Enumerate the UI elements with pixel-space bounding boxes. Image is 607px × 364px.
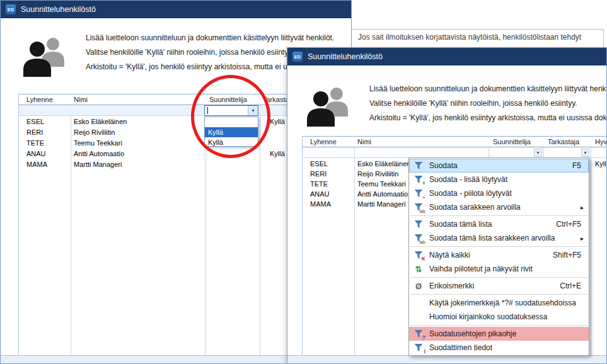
- menu-separator: [410, 277, 587, 278]
- filter-add-icon: +: [412, 174, 425, 185]
- filter-list-icon: [412, 219, 425, 229]
- menu-item-label: Vaihda piilotetut ja näkyvät rivit: [429, 264, 585, 273]
- column-header-hyvaksyja[interactable]: Hyväksyjä: [595, 138, 607, 145]
- chevron-down-icon[interactable]: ▼: [534, 149, 542, 157]
- info-line-2: Valitse henkilöille 'Kyllä' niihin roole…: [86, 48, 294, 57]
- app-logo-icon: ED: [6, 4, 16, 14]
- people-icon: [20, 36, 71, 77]
- menu-item-label: Suodata tämä lista sarakkeen arvoilla: [429, 234, 585, 242]
- menu-item-suodata[interactable]: Suodata F5: [409, 159, 589, 173]
- menu-item-suodatusehtojen-pikaohje[interactable]: ? Suodatusehtojen pikaohje: [409, 327, 589, 341]
- cell-lyhenne: RERI: [310, 170, 327, 178]
- annotation-circle: [191, 75, 270, 158]
- cell-nimi: Teemu Teekkari: [74, 139, 122, 147]
- info-line-3: Arkistoitu = 'Kyllä', jos henkilö esiint…: [369, 113, 607, 122]
- left-window-title: Suunnitteluhenkilöstö: [21, 5, 96, 14]
- menu-item-suodata-piilota[interactable]: − Suodata - piilota löytyvät: [409, 186, 589, 200]
- column-header-suunnittelija[interactable]: Suunnittelija: [493, 138, 531, 145]
- menu-item-suodattimen-tiedot[interactable]: i Suodattimen tiedot: [409, 341, 589, 355]
- menu-separator: [410, 246, 587, 247]
- people-icon: [303, 86, 355, 127]
- filter-row[interactable]: ▼ ▼: [303, 148, 607, 158]
- right-title-bar[interactable]: ED Suunnitteluhenkilöstö: [287, 48, 606, 65]
- info-line-1: Lisää luetteloon suunnitteluun ja dokume…: [369, 84, 607, 93]
- menu-item-jokerimerkit[interactable]: Käytä jokerimerkkejä *?# suodatusehdoiss…: [409, 296, 589, 310]
- personnel-table-left: Lyhenne Nimi Suunnittelija Tarkastaja ES…: [18, 94, 333, 355]
- column-header-nimi[interactable]: Nimi: [357, 138, 371, 145]
- menu-separator: [410, 215, 587, 216]
- menu-item-label: Erikoismerkki: [429, 282, 553, 290]
- menu-item-suodata-lisaa[interactable]: + Suodata - lisää löytyvät: [409, 173, 589, 186]
- cell-nimi: Antti Automaatio: [357, 190, 408, 198]
- app-logo-icon: ED: [292, 52, 303, 62]
- swap-rows-icon: ⇅: [412, 264, 425, 274]
- cell-lyhenne: ANAU: [310, 190, 330, 198]
- special-character-icon: Ø: [412, 281, 425, 291]
- cell-nimi: Antti Automaatio: [74, 150, 124, 157]
- menu-item-nayta-kaikki[interactable]: ✕ Näytä kaikki Shift+F5: [409, 248, 589, 262]
- filter-list-values-icon: ab: [412, 233, 425, 243]
- cell-lyhenne: MAMA: [26, 161, 47, 168]
- menu-item-label: Suodata - piilota löytyvät: [429, 189, 585, 198]
- menu-item-label: Suodatusehtojen pikaohje: [429, 329, 585, 338]
- column-header-tarkastaja[interactable]: Tarkastaja: [548, 138, 579, 145]
- horizontal-scrollbar[interactable]: [287, 355, 606, 364]
- table-header-row: Lyhenne Nimi Suunnittelija Tarkastaja Hy…: [303, 137, 607, 147]
- cell-lyhenne: RERI: [26, 128, 43, 136]
- filter-icon: [412, 161, 425, 171]
- right-window-title: Suunnitteluhenkilöstö: [308, 52, 383, 61]
- cell-nimi: Martti Manageri: [74, 161, 122, 168]
- menu-item-kirjainkoko[interactable]: Huomioi kirjainkoko suodatuksessa: [409, 310, 589, 324]
- chevron-down-icon[interactable]: ▼: [581, 149, 589, 157]
- screen: Jos sait ilmoituksen korjattavista näytö…: [0, 0, 607, 364]
- submenu-arrow-icon: ▸: [581, 235, 584, 242]
- menu-item-label: Suodata: [429, 161, 566, 170]
- menu-item-suodata-tama-lista-sarakkeen[interactable]: ab Suodata tämä lista sarakkeen arvoilla…: [409, 231, 589, 245]
- menu-item-suodata-tama-lista[interactable]: Suodata tämä lista Ctrl+F5: [409, 217, 589, 231]
- menu-item-label: Näytä kaikki: [429, 251, 546, 259]
- menu-item-label: Suodata - lisää löytyvät: [429, 175, 585, 184]
- cell-tarkastaja: Kyllä: [270, 150, 285, 157]
- column-header-lyhenne[interactable]: Lyhenne: [310, 138, 337, 145]
- left-title-bar[interactable]: ED Suunnitteluhenkilöstö: [1, 1, 351, 18]
- menu-item-shortcut: Ctrl+F5: [556, 220, 585, 229]
- cell-lyhenne: MAMA: [310, 200, 331, 208]
- info-line-2: Valitse henkilöille 'Kyllä' niihin roole…: [369, 99, 577, 108]
- menu-separator: [410, 325, 587, 326]
- filter-remove-icon: −: [412, 188, 425, 198]
- menu-item-shortcut: F5: [572, 161, 585, 170]
- no-icon: [412, 312, 425, 322]
- cell-nimi: Esko Eläkeläinen: [74, 118, 127, 125]
- cell-lyhenne: TETE: [26, 139, 44, 147]
- menu-item-label: Suodattimen tiedot: [429, 343, 585, 352]
- no-icon: [412, 298, 425, 308]
- menu-item-label: Huomioi kirjainkoko suodatuksessa: [429, 312, 585, 321]
- background-note-text: Jos sait ilmoituksen korjattavista näytö…: [358, 33, 581, 42]
- background-panel-border-right: [603, 29, 604, 48]
- menu-item-shortcut: Shift+F5: [553, 251, 585, 259]
- column-header-nimi[interactable]: Nimi: [74, 96, 88, 103]
- cell-lyhenne: TETE: [310, 180, 328, 188]
- filter-help-icon: ?: [412, 329, 425, 339]
- info-line-3: Arkistoitu = 'Kyllä', jos henkilö esiint…: [86, 62, 301, 71]
- background-panel-border: [352, 29, 604, 30]
- submenu-arrow-icon: ▸: [581, 204, 584, 211]
- menu-item-erikoismerkki[interactable]: Ø Erikoismerkki Ctrl+E: [409, 279, 589, 293]
- menu-item-label: Käytä jokerimerkkejä *?# suodatusehdoiss…: [429, 299, 585, 307]
- filter-context-menu: Suodata F5 + Suodata - lisää löytyvät − …: [408, 157, 589, 356]
- menu-item-shortcut: Ctrl+E: [560, 282, 585, 290]
- cell-nimi: Teemu Teekkari: [357, 180, 406, 188]
- filter-info-icon: i: [412, 343, 425, 353]
- menu-item-suodata-sarakkeen-arvoilla[interactable]: ab Suodata sarakkeen arvoilla ▸: [409, 200, 589, 214]
- menu-item-vaihda-piilotetut[interactable]: ⇅ Vaihda piilotetut ja näkyvät rivit: [409, 262, 589, 276]
- menu-separator: [410, 294, 587, 295]
- cell-nimi: Martti Manageri: [357, 200, 405, 208]
- cell-lyhenne: ESEL: [26, 118, 44, 125]
- info-line-1: Lisää luetteloon suunnitteluun ja dokume…: [86, 33, 334, 42]
- cell-nimi: Reijo Riviliitin: [357, 170, 398, 178]
- cell-nimi: Esko Eläkeläinen: [357, 160, 410, 168]
- column-header-lyhenne[interactable]: Lyhenne: [26, 96, 53, 103]
- cell-nimi: Reijo Riviliitin: [74, 128, 115, 136]
- filter-clear-icon: ✕: [412, 250, 425, 260]
- menu-item-label: Suodata sarakkeen arvoilla: [429, 203, 585, 212]
